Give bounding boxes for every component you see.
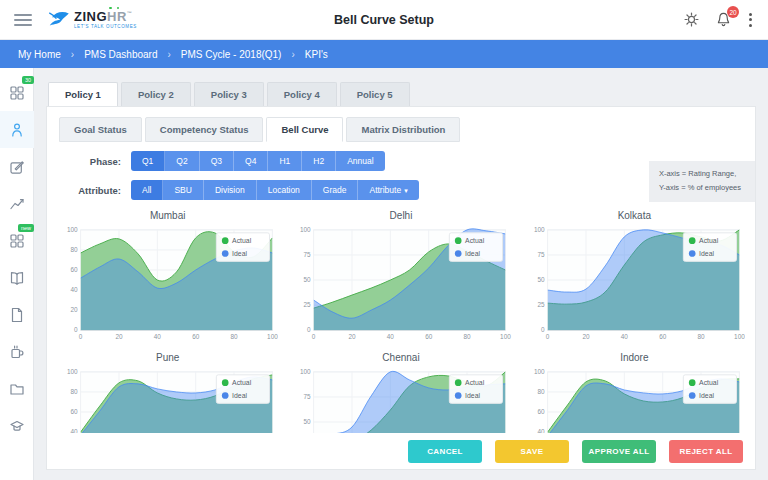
subtab-matrix-distribution[interactable]: Matrix Distribution bbox=[346, 117, 460, 142]
chevron-down-icon: ▾ bbox=[404, 187, 408, 195]
tab-policy-3[interactable]: Policy 3 bbox=[194, 82, 264, 106]
footer-action-bar: CANCELSAVEAPPROVE ALLREJECT ALL bbox=[47, 433, 755, 469]
sidebar-item-document-icon[interactable] bbox=[0, 296, 34, 333]
chart-panel-delhi: Delhi0255075100020406080100ActualIdeal bbox=[290, 208, 511, 346]
book-icon bbox=[9, 270, 25, 286]
svg-text:Ideal: Ideal bbox=[699, 250, 714, 257]
sidebar-item-graduation-cap-icon[interactable] bbox=[0, 407, 34, 444]
attribute-attribute-button[interactable]: Attribute▾ bbox=[358, 180, 418, 200]
subtab-bell-curve[interactable]: Bell Curve bbox=[266, 117, 343, 142]
svg-text:100: 100 bbox=[534, 226, 545, 233]
breadcrumb-item-kpi-s[interactable]: KPI's bbox=[305, 49, 328, 60]
chart-legend[interactable]: ActualIdeal bbox=[450, 233, 503, 262]
attribute-division-button[interactable]: Division bbox=[204, 180, 257, 200]
reject-all-button[interactable]: REJECT ALL bbox=[669, 440, 743, 463]
chart-legend[interactable]: ActualIdeal bbox=[683, 233, 736, 262]
axis-note-line2: Y-axis = % of employees bbox=[659, 181, 741, 195]
sub-tabs: Goal StatusCompetency StatusBell CurveMa… bbox=[59, 117, 745, 142]
sidebar-item-edit-icon[interactable] bbox=[0, 148, 34, 185]
svg-text:Actual: Actual bbox=[699, 237, 719, 244]
cancel-button[interactable]: CANCEL bbox=[408, 440, 482, 463]
notification-badge: 20 bbox=[727, 6, 739, 18]
bell-curve-chart-delhi: 0255075100020406080100ActualIdeal bbox=[290, 222, 511, 346]
chart-panel-kolkata: Kolkata0255075100020406080100ActualIdeal bbox=[524, 208, 745, 346]
breadcrumb-item-pms-cycle-2018-q1-[interactable]: PMS Cycle - 2018(Q1) bbox=[181, 49, 282, 60]
svg-text:100: 100 bbox=[500, 333, 511, 340]
svg-text:80: 80 bbox=[537, 388, 545, 395]
subtab-competency-status[interactable]: Competency Status bbox=[145, 117, 264, 142]
sidebar-item-person-icon[interactable] bbox=[0, 111, 34, 148]
svg-text:40: 40 bbox=[387, 333, 395, 340]
sidebar-item-dashboard-icon[interactable]: 30 bbox=[0, 74, 34, 111]
chart-legend[interactable]: ActualIdeal bbox=[683, 375, 736, 404]
tab-policy-1[interactable]: Policy 1 bbox=[48, 82, 118, 106]
attribute-filter-row: Attribute: AllSBUDivisionLocationGradeAt… bbox=[57, 180, 745, 200]
svg-text:50: 50 bbox=[304, 418, 312, 425]
approve-all-button[interactable]: APPROVE ALL bbox=[582, 440, 656, 463]
sidebar-item-apps-icon[interactable]: new bbox=[0, 222, 34, 259]
phase-q2-button[interactable]: Q2 bbox=[165, 151, 199, 171]
svg-text:0: 0 bbox=[541, 326, 545, 333]
svg-text:Actual: Actual bbox=[465, 237, 485, 244]
sidebar-item-mug-icon[interactable] bbox=[0, 333, 34, 370]
tab-policy-5[interactable]: Policy 5 bbox=[340, 82, 410, 106]
sidebar-item-book-icon[interactable] bbox=[0, 259, 34, 296]
app-header: ZINGHR™ LET'S TALK OUTCOMES Bell Curve S… bbox=[0, 0, 768, 40]
svg-text:75: 75 bbox=[304, 251, 312, 258]
svg-text:60: 60 bbox=[71, 408, 79, 415]
svg-text:Ideal: Ideal bbox=[465, 392, 480, 399]
svg-text:Actual: Actual bbox=[465, 379, 485, 386]
chart-legend[interactable]: ActualIdeal bbox=[450, 375, 503, 404]
logo-trademark: ™ bbox=[127, 11, 133, 16]
sidebar-badge: new bbox=[18, 224, 33, 232]
chart-title-chennai: Chennai bbox=[290, 352, 511, 363]
phase-annual-button[interactable]: Annual bbox=[336, 151, 384, 171]
phase-q4-button[interactable]: Q4 bbox=[234, 151, 268, 171]
phase-q3-button[interactable]: Q3 bbox=[200, 151, 234, 171]
sidebar-item-trend-chart-icon[interactable] bbox=[0, 185, 34, 222]
bell-icon[interactable]: 20 bbox=[715, 11, 732, 28]
svg-text:40: 40 bbox=[71, 286, 79, 293]
bell-curve-chart-kolkata: 0255075100020406080100ActualIdeal bbox=[524, 222, 745, 346]
header-actions: 20 bbox=[683, 11, 754, 29]
svg-text:0: 0 bbox=[545, 333, 549, 340]
breadcrumb-item-pms-dashboard[interactable]: PMS Dashboard bbox=[84, 49, 157, 60]
svg-text:100: 100 bbox=[67, 368, 78, 375]
phase-label: Phase: bbox=[57, 156, 121, 167]
trend-chart-icon bbox=[9, 196, 25, 212]
folder-icon bbox=[9, 381, 25, 397]
breadcrumb-separator: › bbox=[71, 49, 74, 60]
sidebar-item-folder-icon[interactable] bbox=[0, 370, 34, 407]
kebab-menu-icon[interactable] bbox=[747, 11, 754, 29]
chart-legend[interactable]: ActualIdeal bbox=[216, 375, 269, 404]
logo-zing: ZING bbox=[74, 10, 107, 23]
svg-text:Ideal: Ideal bbox=[232, 392, 247, 399]
attribute-grade-button[interactable]: Grade bbox=[312, 180, 359, 200]
attribute-label: Attribute: bbox=[57, 185, 121, 196]
phase-h2-button[interactable]: H2 bbox=[302, 151, 336, 171]
svg-text:80: 80 bbox=[231, 333, 239, 340]
bell-curve-chart-mumbai: 020406080100020406080100ActualIdeal bbox=[57, 222, 278, 346]
chart-legend[interactable]: ActualIdeal bbox=[216, 233, 269, 262]
svg-text:20: 20 bbox=[349, 333, 357, 340]
svg-text:20: 20 bbox=[71, 306, 79, 313]
attribute-location-button[interactable]: Location bbox=[257, 180, 312, 200]
attribute-all-button[interactable]: All bbox=[131, 180, 163, 200]
breadcrumb-item-my-home[interactable]: My Home bbox=[18, 49, 61, 60]
hamburger-menu-icon[interactable] bbox=[14, 14, 32, 26]
attribute-sbu-button[interactable]: SBU bbox=[163, 180, 203, 200]
dashboard-icon bbox=[9, 85, 25, 101]
phase-h1-button[interactable]: H1 bbox=[268, 151, 302, 171]
subtab-goal-status[interactable]: Goal Status bbox=[59, 117, 142, 142]
svg-text:Actual: Actual bbox=[232, 237, 252, 244]
phase-q1-button[interactable]: Q1 bbox=[131, 151, 165, 171]
breadcrumb-separator: › bbox=[168, 49, 171, 60]
tab-policy-2[interactable]: Policy 2 bbox=[121, 82, 191, 106]
gear-icon[interactable] bbox=[683, 11, 700, 28]
svg-text:75: 75 bbox=[304, 393, 312, 400]
svg-text:80: 80 bbox=[71, 246, 79, 253]
save-button[interactable]: SAVE bbox=[495, 440, 569, 463]
svg-text:40: 40 bbox=[154, 333, 162, 340]
svg-text:25: 25 bbox=[304, 301, 312, 308]
tab-policy-4[interactable]: Policy 4 bbox=[267, 82, 337, 106]
